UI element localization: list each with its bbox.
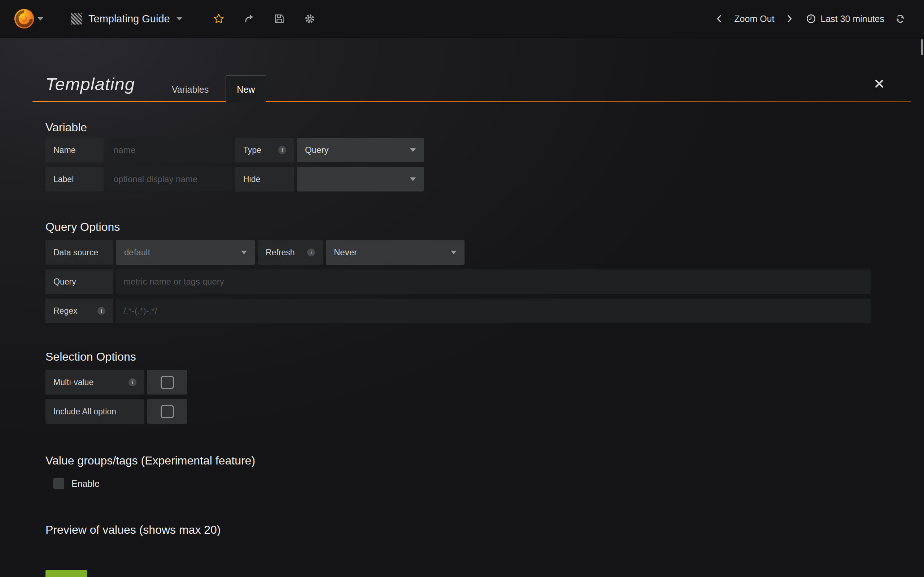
section-heading-selection-options: Selection Options bbox=[45, 350, 871, 364]
query-label: Query bbox=[45, 269, 113, 294]
variable-name-row: Name Type i Query bbox=[45, 138, 871, 162]
grafana-logo-icon bbox=[14, 8, 35, 29]
data-source-label: Data source bbox=[45, 240, 113, 265]
chevron-right-icon bbox=[785, 13, 794, 24]
dashboard-title: Templating Guide bbox=[89, 13, 170, 25]
zoom-out-button[interactable]: Zoom Out bbox=[730, 14, 778, 24]
checkbox-unchecked-icon bbox=[161, 376, 174, 389]
variable-label-row: Label Hide bbox=[45, 167, 871, 192]
time-back-button[interactable] bbox=[713, 13, 725, 25]
time-range-picker[interactable]: Last 30 minutes bbox=[801, 13, 890, 24]
info-icon: i bbox=[278, 146, 286, 154]
caret-down-icon bbox=[37, 17, 43, 21]
settings-button[interactable] bbox=[304, 13, 315, 24]
page-title: Templating bbox=[45, 74, 135, 94]
query-row: Query bbox=[45, 269, 871, 294]
section-heading-preview: Preview of values (shows max 20) bbox=[45, 523, 871, 537]
name-label: Name bbox=[45, 138, 103, 162]
regex-input[interactable] bbox=[116, 298, 871, 323]
close-icon bbox=[874, 78, 885, 89]
share-button[interactable] bbox=[243, 13, 255, 24]
dashboard-grid-icon bbox=[71, 13, 82, 24]
tab-variables[interactable]: Variables bbox=[164, 84, 216, 95]
checkbox-unchecked-icon bbox=[161, 405, 174, 418]
caret-down-icon bbox=[176, 17, 182, 21]
data-source-value: default bbox=[124, 247, 150, 258]
refresh-select[interactable]: Never bbox=[326, 240, 465, 265]
data-source-select[interactable]: default bbox=[116, 240, 255, 265]
top-navbar: Templating Guide bbox=[0, 0, 924, 38]
add-button[interactable]: Add bbox=[45, 570, 87, 577]
save-icon bbox=[274, 13, 285, 24]
name-input[interactable] bbox=[107, 138, 233, 162]
refresh-label: Refresh i bbox=[258, 240, 323, 265]
multi-value-row: Multi-value i bbox=[45, 370, 871, 395]
share-icon bbox=[244, 13, 254, 24]
time-forward-button[interactable] bbox=[783, 13, 795, 25]
clock-icon bbox=[806, 13, 816, 24]
chevron-left-icon bbox=[715, 13, 724, 24]
refresh-button[interactable] bbox=[894, 13, 906, 24]
include-all-label: Include All option bbox=[45, 399, 144, 424]
multi-value-label: Multi-value i bbox=[45, 370, 144, 395]
hide-label: Hide bbox=[235, 167, 294, 192]
include-all-checkbox[interactable] bbox=[147, 399, 187, 424]
info-icon: i bbox=[97, 307, 105, 315]
hide-select[interactable] bbox=[297, 167, 424, 192]
section-heading-value-groups: Value groups/tags (Experimental feature) bbox=[45, 454, 871, 467]
info-icon: i bbox=[129, 378, 136, 386]
time-range-label: Last 30 minutes bbox=[821, 14, 885, 24]
enable-checkbox[interactable] bbox=[53, 478, 64, 489]
regex-row: Regex i bbox=[45, 298, 871, 323]
templating-header: Templating Variables New bbox=[32, 38, 911, 102]
dashboard-title-button[interactable]: Templating Guide bbox=[57, 0, 196, 37]
dashboard-page: Templating Variables New Variable Name T… bbox=[0, 38, 924, 577]
caret-down-icon bbox=[451, 251, 457, 254]
label-input[interactable] bbox=[107, 167, 233, 192]
close-button[interactable] bbox=[873, 77, 885, 90]
caret-down-icon bbox=[410, 177, 416, 181]
info-icon: i bbox=[307, 248, 315, 256]
type-label: Type i bbox=[235, 138, 294, 162]
refresh-value: Never bbox=[334, 247, 357, 258]
query-input[interactable] bbox=[116, 269, 871, 294]
refresh-icon bbox=[894, 13, 906, 24]
star-button[interactable] bbox=[213, 13, 225, 24]
caret-down-icon bbox=[410, 148, 416, 152]
grafana-menu-button[interactable] bbox=[0, 0, 57, 37]
enable-label: Enable bbox=[71, 479, 100, 489]
regex-label: Regex i bbox=[45, 298, 113, 323]
section-heading-query-options: Query Options bbox=[45, 220, 871, 234]
section-heading-variable: Variable bbox=[45, 121, 871, 134]
multi-value-checkbox[interactable] bbox=[147, 370, 187, 395]
type-select-value: Query bbox=[305, 145, 328, 155]
scrollbar[interactable] bbox=[921, 39, 923, 55]
caret-down-icon bbox=[241, 251, 247, 254]
enable-checkbox-row[interactable]: Enable bbox=[53, 478, 871, 489]
save-button[interactable] bbox=[274, 13, 285, 24]
star-icon bbox=[213, 13, 225, 24]
label-label: Label bbox=[45, 167, 103, 192]
include-all-row: Include All option bbox=[45, 399, 871, 424]
tab-new[interactable]: New bbox=[226, 76, 266, 103]
datasource-row: Data source default Refresh i Never bbox=[45, 240, 871, 265]
gear-icon bbox=[304, 13, 315, 24]
type-select[interactable]: Query bbox=[297, 138, 424, 162]
